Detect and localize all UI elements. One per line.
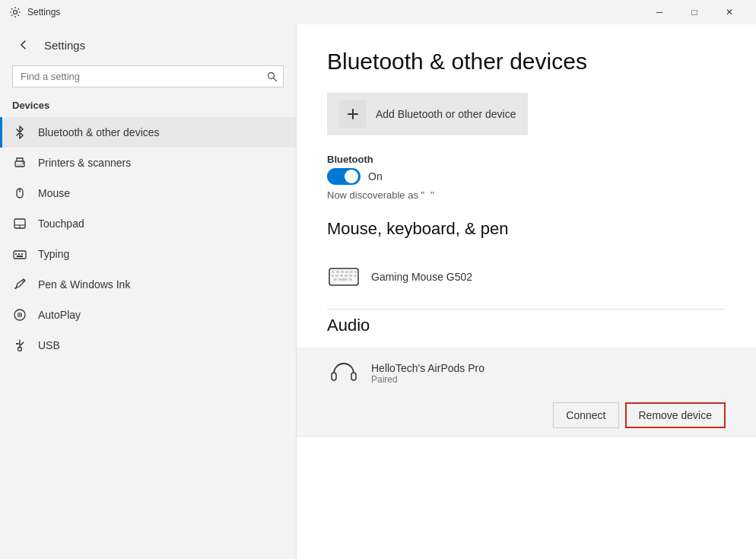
svg-rect-34 xyxy=(332,373,336,380)
usb-icon xyxy=(12,338,27,353)
add-device-label: Add Bluetooth or other device xyxy=(376,108,516,120)
gaming-mouse-row: Gaming Mouse G502 xyxy=(327,251,726,303)
svg-rect-20 xyxy=(336,271,339,273)
toggle-row: On xyxy=(327,168,726,185)
sidebar-item-mouse-label: Mouse xyxy=(38,187,70,199)
sidebar-item-bluetooth-label: Bluetooth & other devices xyxy=(38,126,160,138)
sidebar-item-printers[interactable]: Printers & scanners xyxy=(0,148,296,178)
audio-section-title: Audio xyxy=(327,316,726,335)
sidebar-item-usb[interactable]: USB xyxy=(0,330,296,360)
svg-rect-11 xyxy=(17,256,23,257)
headphones-icon xyxy=(327,357,361,390)
bluetooth-icon xyxy=(12,125,27,140)
connect-button[interactable]: Connect xyxy=(553,402,618,428)
svg-rect-28 xyxy=(345,275,348,277)
gaming-mouse-name: Gaming Mouse G502 xyxy=(371,271,726,283)
sidebar-item-typing-label: Typing xyxy=(38,248,69,260)
add-icon xyxy=(339,100,367,128)
svg-rect-32 xyxy=(338,278,348,281)
typing-icon xyxy=(12,246,27,262)
mouse-section-title: Mouse, keyboard, & pen xyxy=(327,219,726,239)
discoverable-text: Now discoverable as " " xyxy=(327,189,726,201)
minimize-button[interactable]: ─ xyxy=(642,0,677,24)
airpods-row: HelloTech's AirPods Pro Paired xyxy=(327,348,726,396)
sidebar-app-title: Settings xyxy=(44,39,85,52)
devices-section-label: Devices xyxy=(0,97,296,117)
svg-rect-25 xyxy=(332,275,334,277)
bluetooth-section-header: Bluetooth xyxy=(327,154,726,165)
svg-rect-21 xyxy=(341,271,344,273)
sidebar-item-printers-label: Printers & scanners xyxy=(38,157,131,169)
search-bar xyxy=(12,65,284,87)
audio-device-container: HelloTech's AirPods Pro Paired Connect R… xyxy=(297,348,756,437)
toggle-knob xyxy=(345,170,358,183)
back-icon xyxy=(19,40,28,49)
settings-icon xyxy=(9,6,21,18)
sidebar-item-pen[interactable]: Pen & Windows Ink xyxy=(0,269,296,300)
svg-rect-30 xyxy=(354,275,357,277)
svg-rect-33 xyxy=(349,278,352,281)
discoverable-prefix: Now discoverable as " xyxy=(327,189,424,201)
app-container: Settings Devices Bluetooth & other devic… xyxy=(0,24,756,559)
pen-icon xyxy=(12,277,27,292)
airpods-status: Paired xyxy=(371,374,726,385)
svg-point-15 xyxy=(19,314,21,316)
page-title: Bluetooth & other devices xyxy=(327,49,726,75)
svg-rect-23 xyxy=(350,271,353,273)
divider-1 xyxy=(327,309,726,310)
sidebar-item-typing[interactable]: Typing xyxy=(0,239,296,269)
svg-rect-26 xyxy=(335,275,338,277)
sidebar-item-pen-label: Pen & Windows Ink xyxy=(38,278,130,291)
titlebar-controls: ─ □ ✕ xyxy=(642,0,747,24)
close-button[interactable]: ✕ xyxy=(712,0,747,24)
airpods-info: HelloTech's AirPods Pro Paired xyxy=(371,362,726,385)
airpods-name: HelloTech's AirPods Pro xyxy=(371,362,726,374)
sidebar: Settings Devices Bluetooth & other devic… xyxy=(0,24,297,559)
sidebar-item-usb-label: USB xyxy=(38,339,60,351)
svg-rect-31 xyxy=(334,278,337,281)
bluetooth-toggle-label: On xyxy=(368,170,383,183)
sidebar-item-touchpad-label: Touchpad xyxy=(38,218,84,230)
svg-point-12 xyxy=(23,280,25,282)
printer-icon xyxy=(12,155,27,170)
svg-rect-24 xyxy=(354,271,357,273)
titlebar: Settings ─ □ ✕ xyxy=(0,0,756,24)
svg-point-4 xyxy=(23,163,24,164)
back-button[interactable] xyxy=(12,33,35,56)
search-input[interactable] xyxy=(12,65,284,87)
svg-rect-8 xyxy=(15,253,17,255)
svg-point-0 xyxy=(14,11,17,14)
bluetooth-toggle[interactable] xyxy=(327,168,361,185)
svg-rect-17 xyxy=(16,343,17,345)
main-panel: Bluetooth & other devices Add Bluetooth … xyxy=(297,24,756,559)
svg-rect-10 xyxy=(21,253,23,255)
autoplay-icon xyxy=(12,307,27,322)
sidebar-item-mouse[interactable]: Mouse xyxy=(0,178,296,208)
discoverable-suffix: " xyxy=(430,189,434,201)
sidebar-item-autoplay[interactable]: AutoPlay xyxy=(0,300,296,330)
touchpad-icon xyxy=(12,216,27,231)
svg-rect-22 xyxy=(345,271,348,273)
sidebar-item-bluetooth[interactable]: Bluetooth & other devices xyxy=(0,117,296,148)
svg-rect-19 xyxy=(332,271,335,273)
svg-rect-3 xyxy=(17,164,23,166)
add-device-button[interactable]: Add Bluetooth or other device xyxy=(327,93,528,135)
svg-rect-9 xyxy=(18,253,20,255)
svg-rect-29 xyxy=(349,275,352,277)
sidebar-top: Settings xyxy=(0,24,296,62)
remove-device-button[interactable]: Remove device xyxy=(625,402,726,428)
mouse-icon xyxy=(12,186,27,201)
svg-rect-27 xyxy=(340,275,343,277)
maximize-button[interactable]: □ xyxy=(677,0,712,24)
titlebar-title: Settings xyxy=(27,7,60,17)
svg-point-1 xyxy=(268,72,275,78)
sidebar-item-touchpad[interactable]: Touchpad xyxy=(0,208,296,239)
svg-rect-35 xyxy=(351,373,356,380)
keyboard-icon xyxy=(327,260,361,294)
action-buttons: Connect Remove device xyxy=(327,396,726,437)
search-icon xyxy=(267,71,278,82)
sidebar-item-autoplay-label: AutoPlay xyxy=(38,309,81,321)
gaming-mouse-info: Gaming Mouse G502 xyxy=(371,271,726,283)
